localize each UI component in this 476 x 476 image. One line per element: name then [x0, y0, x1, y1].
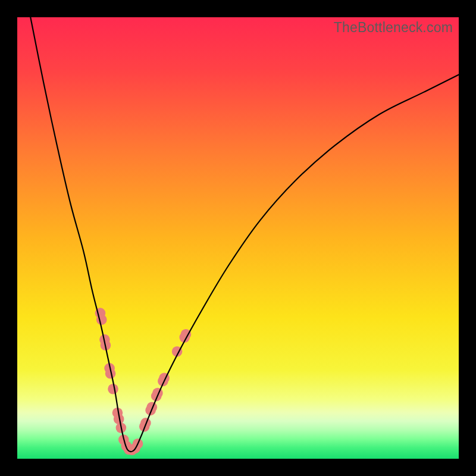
plot-area: TheBottleneck.com: [17, 17, 459, 459]
marker-dot: [96, 314, 107, 325]
curve-layer: [17, 17, 459, 459]
bottleneck-curve: [30, 17, 459, 452]
chart-frame: TheBottleneck.com: [0, 0, 476, 476]
marker-dot: [108, 384, 118, 394]
